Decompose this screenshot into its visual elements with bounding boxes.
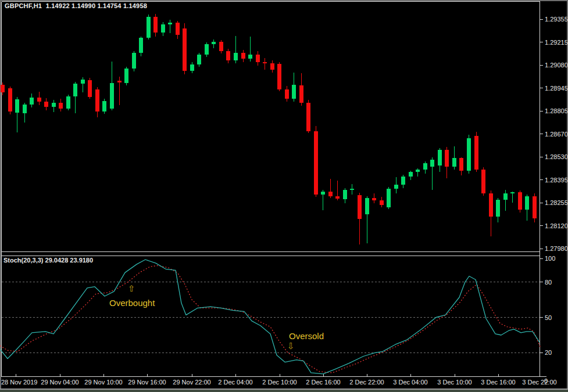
overbought-arrow-icon: ⇧ (128, 285, 135, 293)
candle-bear (95, 89, 99, 112)
candle-bull (139, 38, 143, 53)
candle-bull (205, 44, 209, 55)
candle-bear (183, 28, 187, 71)
candle-bear (226, 51, 230, 60)
candle-bear (277, 64, 281, 89)
candle-bear (117, 81, 122, 82)
time-axis-label: 28 Nov 2019 (1, 379, 37, 386)
candle-bull (409, 172, 413, 176)
candle-bear (8, 88, 12, 112)
window-frame-left (0, 0, 1, 392)
candle-bear (358, 195, 362, 219)
candle-bull (321, 192, 325, 195)
candle-bull (15, 99, 19, 113)
time-axis-label: 2 Dec 04:00 (218, 379, 252, 386)
candle-bull (496, 200, 500, 217)
time-axis-label: 3 Dec 16:00 (481, 379, 515, 386)
panel-splitter[interactable] (0, 252, 541, 256)
candle-bear (256, 55, 260, 62)
candle-bull (416, 170, 420, 172)
candle-bear (459, 158, 463, 170)
price-axis-label: 1.29355 (545, 16, 568, 23)
candle-bear (314, 131, 318, 195)
candle-bull (438, 150, 442, 166)
price-axis-label: 1.28395 (545, 177, 568, 184)
candle-bear (176, 23, 180, 35)
candle-bear (328, 192, 333, 196)
time-axis-label: 2 Dec 10:00 (262, 379, 296, 386)
window-frame-bottom-highlight (0, 389, 568, 390)
candle-bull (73, 84, 77, 96)
time-axis-label: 29 Nov 22:00 (173, 379, 210, 386)
time-axis-label: 3 Dec 10:00 (437, 379, 471, 386)
candle-bull (248, 55, 252, 59)
time-axis-label: 29 Nov 10:00 (84, 379, 122, 386)
stoch-axis-label: 100 (545, 255, 555, 262)
candle-bull (292, 85, 296, 99)
price-axis-label: 1.28530 (545, 153, 568, 160)
candle-bear (219, 42, 223, 51)
candle-bear (481, 170, 485, 193)
candle-bull (52, 103, 56, 107)
price-axis-label: 1.29215 (545, 39, 568, 46)
price-axis-label: 1.28945 (545, 85, 568, 92)
candle-bear (241, 53, 245, 59)
candle-bear (335, 196, 340, 198)
window-frame-bottom (0, 390, 568, 392)
stoch-axis-label: 20 (545, 349, 552, 356)
candle-bear (299, 85, 303, 103)
candle-bull (430, 160, 434, 167)
candle-bull (161, 24, 165, 33)
candle-bear (59, 103, 63, 109)
candle-bull (110, 83, 114, 109)
candle-bear (37, 98, 41, 102)
time-axis-label: 3 Dec 04:00 (393, 379, 427, 386)
candle-bull (503, 193, 508, 200)
candle-bull (343, 190, 347, 199)
candle-bull (452, 158, 456, 166)
candle-bull (168, 23, 172, 25)
indicator-label: Stoch(20,3,3) 29.0428 23.9180 (3, 257, 93, 264)
candle-bull (525, 196, 529, 210)
candle-bull (467, 138, 471, 171)
chart-canvas: 1.293551.292151.290801.289451.288051.286… (0, 0, 568, 392)
time-axis-label: 29 Nov 16:00 (128, 379, 166, 386)
candle-bear (518, 192, 522, 210)
candle-bull (350, 189, 354, 190)
candle-bear (153, 17, 158, 33)
candle-bear (44, 102, 48, 107)
oversold-label: Oversold (289, 332, 324, 340)
price-axis-label: 1.28255 (545, 199, 568, 206)
price-axis-label: 1.27980 (545, 245, 568, 252)
chart-background (0, 0, 568, 392)
time-axis-label: 2 Dec 22:00 (349, 379, 384, 386)
candle-bull (401, 177, 405, 185)
candle-bear (270, 63, 274, 70)
candle-bull (212, 42, 216, 44)
chart-title: GBPCHF,H1 1.14922 1.14990 1.14754 1.1495… (5, 3, 147, 9)
candle-bull (102, 101, 106, 112)
candle-bear (88, 80, 92, 96)
candle-bear (489, 193, 493, 217)
candle-bull (197, 55, 201, 64)
price-axis-label: 1.28120 (545, 222, 568, 229)
mt4-chart-window: 1.293551.292151.290801.289451.288051.286… (0, 0, 568, 392)
candle-bull (132, 53, 136, 68)
candle-bull (234, 53, 238, 60)
candle-bull (365, 198, 369, 214)
candle-bear (445, 150, 449, 167)
candle-bull (423, 163, 427, 170)
overbought-label: Overbought (109, 299, 155, 307)
time-axis-label: 2 Dec 16:00 (306, 379, 340, 386)
candle-bull (387, 189, 391, 207)
window-frame-top (0, 0, 568, 1)
oversold-arrow-icon: ⇩ (287, 342, 295, 351)
candle-bear (474, 136, 478, 170)
candle-bear (380, 200, 384, 206)
stoch-axis-label: 80 (545, 279, 552, 286)
candle-bear (372, 198, 376, 200)
candle-bear (285, 89, 289, 99)
candle-bull (147, 17, 151, 38)
candle-bull (81, 80, 85, 84)
candle-bull (66, 96, 70, 109)
